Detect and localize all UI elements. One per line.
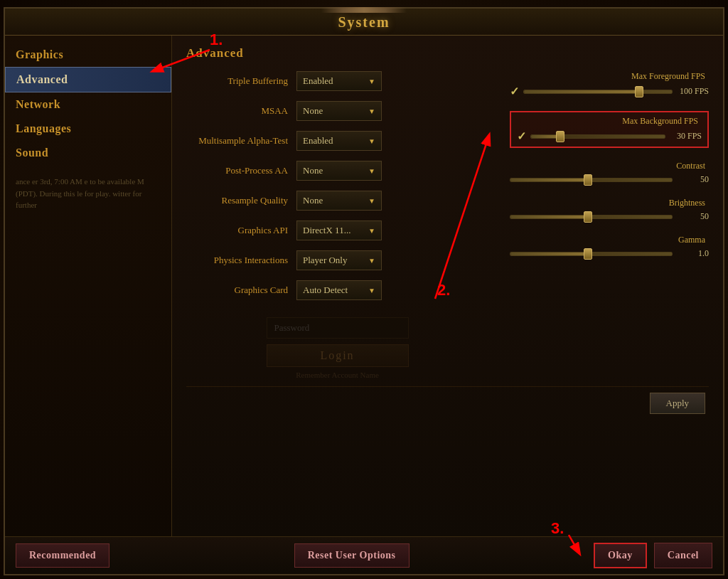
slider-value-max-foreground-fps: 100 FPS <box>677 86 709 97</box>
slider-thumb-brightness[interactable] <box>584 211 592 223</box>
apply-button[interactable]: Apply <box>650 393 706 414</box>
dropdown-graphics-api-arrow: ▼ <box>368 227 375 235</box>
slider-fill-brightness <box>510 216 588 218</box>
slider-value-brightness: 50 <box>677 211 709 222</box>
dropdown-physics-arrow: ▼ <box>368 257 375 265</box>
title-bar: System <box>5 9 723 36</box>
dropdown-graphics-card-value: Auto Detect <box>303 285 348 296</box>
slider-track-gamma[interactable] <box>510 252 673 256</box>
slider-gamma: Gamma 1.0 <box>510 235 709 259</box>
slider-value-contrast: 50 <box>677 174 709 185</box>
apply-area: Apply <box>186 386 709 420</box>
dropdown-triple-buffering[interactable]: Enabled ▼ <box>296 71 382 91</box>
dropdown-multisample-value: Enabled <box>303 135 333 147</box>
dropdown-post-process-aa-value: None <box>303 165 323 176</box>
reset-user-options-button[interactable]: Reset User Options <box>294 543 410 568</box>
sidebar: Graphics Advanced Network Languages Soun… <box>5 36 172 536</box>
slider-track-brightness[interactable] <box>510 215 673 219</box>
dropdown-multisample-arrow: ▼ <box>368 137 375 145</box>
sidebar-news: ance er 3rd, 7:00 AM e to be available M… <box>5 169 171 218</box>
sidebar-item-advanced[interactable]: Advanced <box>5 67 171 92</box>
label-triple-buffering: Triple Buffering <box>186 75 296 87</box>
slider-max-foreground-fps: Max Foreground FPS ✓ 100 FPS <box>510 71 709 98</box>
settings-grid: Triple Buffering Enabled ▼ MSAA None ▼ <box>186 71 709 386</box>
setting-row-graphics-api: Graphics API DirectX 11... ▼ <box>186 221 488 240</box>
settings-right: Max Foreground FPS ✓ 100 FPS Max Bac <box>510 71 709 386</box>
section-title: Advanced <box>186 46 709 60</box>
login-button[interactable]: Login <box>267 344 409 367</box>
setting-row-post-process-aa: Post-Process AA None ▼ <box>186 161 488 181</box>
dropdown-triple-buffering-arrow: ▼ <box>368 78 375 85</box>
slider-label-max-background-fps: Max Background FPS <box>517 116 702 127</box>
dropdown-resample-quality-value: None <box>303 195 323 206</box>
main-window: System Graphics Advanced Network Languag… <box>4 7 724 575</box>
slider-value-max-background-fps: 30 FPS <box>670 131 702 142</box>
slider-track-max-background-fps[interactable] <box>530 134 665 139</box>
label-msaa: MSAA <box>186 105 296 117</box>
checkbox-max-background-fps-icon: ✓ <box>517 129 526 143</box>
slider-fill-contrast <box>510 179 588 181</box>
label-graphics-card: Graphics Card <box>186 285 296 296</box>
setting-row-physics: Physics Interactions Player Only ▼ <box>186 250 488 270</box>
slider-track-max-foreground-fps[interactable] <box>523 90 673 94</box>
bottom-bar: Recommended Reset User Options Okay Canc… <box>5 536 723 574</box>
dropdown-resample-quality-arrow: ▼ <box>368 197 375 205</box>
sidebar-item-network[interactable]: Network <box>5 92 171 117</box>
sidebar-item-sound[interactable]: Sound <box>5 141 171 165</box>
label-post-process-aa: Post-Process AA <box>186 165 296 176</box>
dropdown-post-process-aa[interactable]: None ▼ <box>296 161 382 181</box>
slider-thumb-contrast[interactable] <box>584 174 592 186</box>
dropdown-physics-value: Player Only <box>303 255 347 266</box>
cancel-button[interactable]: Cancel <box>654 543 712 568</box>
dropdown-post-process-aa-arrow: ▼ <box>368 167 375 175</box>
slider-thumb-max-foreground-fps[interactable] <box>635 86 643 97</box>
slider-container-brightness: 50 <box>510 211 709 222</box>
slider-label-gamma: Gamma <box>510 235 709 245</box>
content-area: Graphics Advanced Network Languages Soun… <box>5 36 723 536</box>
label-physics: Physics Interactions <box>186 255 296 266</box>
slider-label-contrast: Contrast <box>510 161 709 171</box>
slider-thumb-max-background-fps[interactable] <box>556 131 564 142</box>
dropdown-msaa[interactable]: None ▼ <box>296 101 382 121</box>
slider-track-contrast[interactable] <box>510 178 673 182</box>
dropdown-msaa-value: None <box>303 105 323 117</box>
dropdown-graphics-card-arrow: ▼ <box>368 287 375 294</box>
label-multisample: Multisample Alpha-Test <box>186 135 296 147</box>
slider-contrast: Contrast 50 <box>510 161 709 185</box>
sidebar-item-graphics[interactable]: Graphics <box>5 43 171 67</box>
slider-max-background-fps: Max Background FPS ✓ 30 FPS <box>510 111 709 148</box>
setting-row-graphics-card: Graphics Card Auto Detect ▼ <box>186 280 488 300</box>
okay-button[interactable]: Okay <box>594 543 647 568</box>
dropdown-graphics-card[interactable]: Auto Detect ▼ <box>296 280 382 300</box>
settings-left: Triple Buffering Enabled ▼ MSAA None ▼ <box>186 71 488 386</box>
settings-panel: Advanced Triple Buffering Enabled ▼ MS <box>172 36 723 536</box>
slider-container-max-foreground-fps: ✓ 100 FPS <box>510 85 709 98</box>
password-input[interactable] <box>267 317 409 339</box>
slider-fill-max-foreground-fps <box>524 90 639 93</box>
slider-container-max-background-fps: ✓ 30 FPS <box>517 129 702 143</box>
sidebar-item-languages[interactable]: Languages <box>5 117 171 141</box>
slider-label-brightness: Brightness <box>510 198 709 208</box>
slider-fill-gamma <box>510 253 588 255</box>
dropdown-physics[interactable]: Player Only ▼ <box>296 250 382 270</box>
title-ornament <box>321 7 407 13</box>
bottom-center-buttons: Reset User Options <box>294 543 410 568</box>
slider-value-gamma: 1.0 <box>677 248 709 259</box>
dropdown-graphics-api[interactable]: DirectX 11... ▼ <box>296 221 382 240</box>
recommended-button[interactable]: Recommended <box>16 543 109 568</box>
setting-row-resample-quality: Resample Quality None ▼ <box>186 191 488 211</box>
dropdown-multisample[interactable]: Enabled ▼ <box>296 131 382 151</box>
dropdown-resample-quality[interactable]: None ▼ <box>296 191 382 211</box>
dropdown-triple-buffering-value: Enabled <box>303 75 333 87</box>
label-resample-quality: Resample Quality <box>186 195 296 206</box>
login-area: Login Remember Account Name <box>186 310 488 386</box>
setting-row-msaa: MSAA None ▼ <box>186 101 488 121</box>
slider-thumb-gamma[interactable] <box>584 248 592 260</box>
setting-row-triple-buffering: Triple Buffering Enabled ▼ <box>186 71 488 91</box>
setting-row-multisample: Multisample Alpha-Test Enabled ▼ <box>186 131 488 151</box>
slider-label-max-foreground-fps: Max Foreground FPS <box>510 71 709 82</box>
label-graphics-api: Graphics API <box>186 225 296 236</box>
dropdown-msaa-arrow: ▼ <box>368 107 375 115</box>
slider-brightness: Brightness 50 <box>510 198 709 222</box>
remember-account-text: Remember Account Name <box>296 371 379 379</box>
